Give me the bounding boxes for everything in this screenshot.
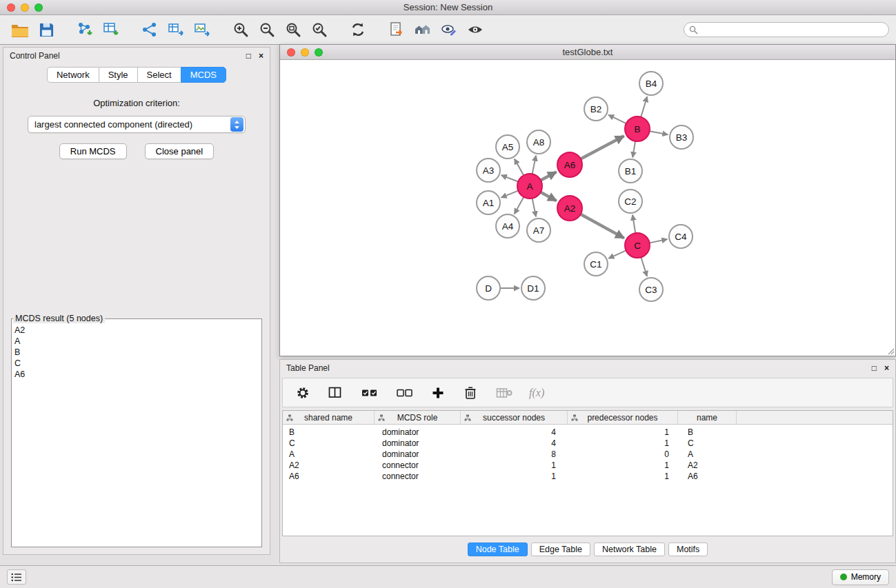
tab-motifs[interactable]: Motifs: [668, 543, 708, 556]
show-panel-menu-button[interactable]: [7, 569, 26, 585]
maximize-window-button[interactable]: [34, 3, 43, 12]
graph-node-D1[interactable]: D1: [521, 276, 545, 300]
table-row[interactable]: A2connector11A2: [283, 460, 893, 471]
edge-C-C1[interactable]: [608, 250, 626, 258]
mcds-result-item[interactable]: C: [14, 358, 261, 369]
table-cell[interactable]: A6: [678, 472, 737, 481]
zoom-in-button[interactable]: [228, 17, 254, 42]
graph-node-B4[interactable]: B4: [639, 72, 663, 95]
minimize-view-button[interactable]: [301, 48, 309, 57]
graph-node-C1[interactable]: C1: [584, 252, 608, 276]
minimize-window-button[interactable]: [21, 3, 29, 12]
open-session-button[interactable]: [7, 17, 33, 42]
export-image-button[interactable]: [189, 17, 215, 42]
mcds-result-item[interactable]: A: [14, 336, 261, 347]
import-network-from-file-button[interactable]: [72, 17, 98, 42]
column-header-name[interactable]: name: [678, 411, 737, 424]
edge-C-C4[interactable]: [650, 239, 668, 243]
graph-node-A7[interactable]: A7: [527, 219, 550, 242]
table-row[interactable]: A6connector11A6: [283, 471, 893, 482]
table-cell[interactable]: 1: [568, 427, 678, 437]
float-table-panel-icon[interactable]: □: [872, 364, 877, 372]
edge-B-B3[interactable]: [650, 131, 668, 134]
network-canvas[interactable]: B4B2BB3B1A5A8A6A3AC2A1A2A4A7C4CC1C3DD1: [280, 60, 895, 356]
optimization-criterion-select[interactable]: largest connected component (directed): [28, 116, 246, 133]
search-input[interactable]: [684, 22, 889, 37]
tab-style[interactable]: Style: [99, 67, 138, 83]
close-view-button[interactable]: [287, 48, 295, 57]
table-cell[interactable]: A: [283, 449, 375, 459]
graph-node-A[interactable]: A: [517, 174, 542, 199]
close-window-button[interactable]: [7, 3, 15, 12]
edge-B-B2[interactable]: [608, 115, 626, 123]
show-graphics-details-button[interactable]: [436, 17, 462, 42]
table-cell[interactable]: connector: [375, 472, 461, 481]
edge-A-A5[interactable]: [515, 159, 524, 175]
edge-A-A8[interactable]: [532, 156, 536, 174]
edge-A2-C[interactable]: [581, 214, 624, 239]
table-cell[interactable]: 4: [461, 438, 568, 448]
graph-node-B3[interactable]: B3: [670, 125, 693, 149]
add-column-button[interactable]: [429, 381, 447, 405]
tab-network-table[interactable]: Network Table: [594, 543, 665, 556]
table-cell[interactable]: B: [283, 427, 375, 437]
edge-A-A4[interactable]: [515, 197, 524, 214]
table-cell[interactable]: 1: [568, 438, 678, 448]
edge-B-B4[interactable]: [641, 97, 647, 117]
column-header-shared-name[interactable]: shared name: [283, 411, 375, 424]
resize-grip[interactable]: [886, 347, 895, 355]
table-cell[interactable]: dominator: [375, 449, 461, 459]
zoom-out-button[interactable]: [254, 17, 280, 42]
mcds-result-item[interactable]: B: [14, 347, 261, 358]
table-cell[interactable]: 1: [461, 460, 568, 470]
graph-node-B1[interactable]: B1: [619, 159, 642, 183]
table-cell[interactable]: C: [283, 438, 375, 448]
edge-C-C2[interactable]: [633, 215, 635, 233]
graph-node-A8[interactable]: A8: [527, 130, 550, 154]
edge-A-A2[interactable]: [541, 192, 557, 201]
table-cell[interactable]: dominator: [375, 427, 461, 437]
table-cell[interactable]: 4: [461, 427, 568, 437]
float-panel-icon[interactable]: □: [246, 52, 251, 60]
deselect-all-button[interactable]: [394, 381, 415, 405]
table-cell[interactable]: 8: [461, 449, 568, 459]
close-table-panel-icon[interactable]: ×: [884, 364, 889, 372]
tab-edge-table[interactable]: Edge Table: [531, 543, 590, 556]
graph-node-C3[interactable]: C3: [639, 278, 663, 301]
column-header-predecessor-nodes[interactable]: predecessor nodes: [568, 411, 678, 424]
table-options-button[interactable]: [294, 381, 312, 405]
tab-node-table[interactable]: Node Table: [468, 543, 528, 556]
graph-node-B[interactable]: B: [625, 116, 650, 141]
table-row[interactable]: Cdominator41C: [283, 438, 893, 449]
mcds-result-item[interactable]: A2: [14, 325, 261, 336]
table-cell[interactable]: B: [678, 427, 737, 437]
graph-node-C[interactable]: C: [625, 233, 650, 258]
graph-node-A4[interactable]: A4: [496, 214, 519, 238]
edge-A-A3[interactable]: [501, 175, 519, 181]
table-cell[interactable]: connector: [375, 460, 461, 470]
zoom-fit-button[interactable]: [280, 17, 306, 42]
graph-node-D[interactable]: D: [477, 276, 500, 300]
function-builder-button[interactable]: f(x): [529, 387, 544, 399]
birds-eye-view-button[interactable]: [462, 17, 488, 42]
graph-node-C2[interactable]: C2: [619, 190, 642, 213]
memory-button[interactable]: Memory: [832, 569, 889, 585]
table-cell[interactable]: 1: [568, 460, 678, 470]
close-panel-icon[interactable]: ×: [259, 52, 263, 60]
table-cell[interactable]: 1: [461, 472, 568, 481]
graph-node-A1[interactable]: A1: [477, 191, 500, 214]
save-session-button[interactable]: [33, 17, 59, 42]
edge-A-A1[interactable]: [501, 191, 519, 198]
graph-node-A3[interactable]: A3: [477, 159, 500, 182]
show-column-button[interactable]: [326, 381, 344, 405]
table-cell[interactable]: A6: [283, 472, 375, 481]
table-cell[interactable]: 0: [568, 449, 678, 459]
edge-A-A6[interactable]: [541, 172, 557, 180]
graph-node-B2[interactable]: B2: [584, 97, 608, 121]
tab-mcds[interactable]: MCDS: [181, 67, 226, 83]
home-button[interactable]: [410, 17, 436, 42]
table-row[interactable]: Bdominator41B: [283, 427, 893, 438]
graph-node-A5[interactable]: A5: [496, 135, 519, 159]
import-table-from-file-button[interactable]: [98, 17, 124, 42]
refresh-view-button[interactable]: [345, 17, 371, 42]
